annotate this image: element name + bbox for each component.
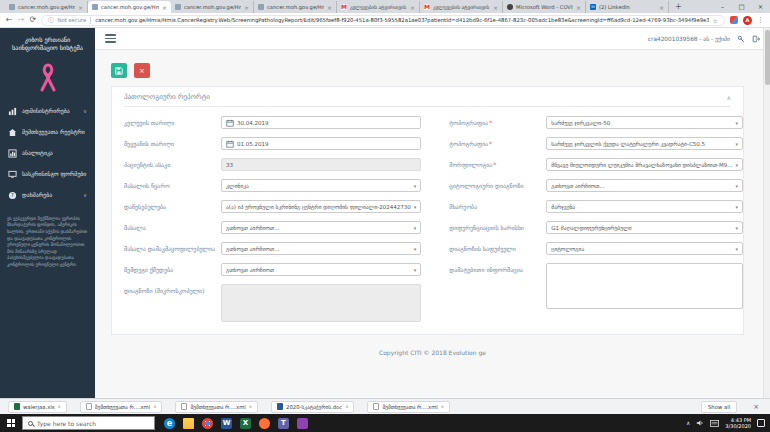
- window-minimize-button[interactable]: –: [713, 3, 732, 11]
- material-select[interactable]: გთხოვთ აირჩიოთ... ▾: [221, 221, 421, 234]
- additional-info-textarea[interactable]: [546, 263, 743, 309]
- teams-icon[interactable]: T: [278, 418, 289, 429]
- reload-button[interactable]: ⟳: [29, 16, 36, 24]
- tab-close-icon[interactable]: ×: [410, 4, 415, 11]
- keyboard-language-icon[interactable]: [710, 420, 719, 427]
- tab-close-icon[interactable]: ×: [659, 4, 664, 11]
- sidebar-item-help[interactable]: ? დახმარება ∨: [0, 185, 95, 206]
- tab-close-icon[interactable]: ×: [493, 4, 498, 11]
- user-id-label[interactable]: cra42001039568 - ან - ექიმი: [648, 36, 730, 42]
- page-scrollbar[interactable]: [763, 28, 770, 398]
- differentiation-grade-select[interactable]: G1 მაღალდიფერენცირებული ▾: [546, 221, 743, 234]
- edge-icon[interactable]: e: [164, 418, 175, 429]
- extension-icon[interactable]: [730, 16, 738, 24]
- tab-gmail-2[interactable]: M კვლევების ატვირთვის ა ×: [420, 1, 503, 13]
- photos-icon[interactable]: [297, 418, 308, 429]
- tab-label: cancer.moh.gov.ge/Hmis/: [18, 4, 75, 10]
- next-action-select[interactable]: გთხოვთ აირჩიოთ ▾: [221, 263, 421, 276]
- address-bar[interactable]: ⓘ Not secure cancer.moh.gov.ge/Hmis/Hmis…: [41, 15, 725, 26]
- excel-icon[interactable]: X: [240, 418, 251, 429]
- browser-menu-icon[interactable]: ⋮: [757, 16, 764, 24]
- start-button[interactable]: [0, 419, 22, 427]
- hamburger-menu-icon[interactable]: [105, 34, 116, 42]
- tab-cancer-registry-3[interactable]: cancer.moh.gov.ge/Hmis/ ×: [171, 1, 254, 13]
- study-date-input[interactable]: 30.04.2019: [221, 116, 421, 129]
- material-source-select[interactable]: კლინიკა ▾: [221, 179, 421, 192]
- word-icon[interactable]: W: [221, 418, 232, 429]
- sidebar-item-case-registry[interactable]: შემთხვევათა რეესტრი: [0, 122, 95, 143]
- sidebar-item-administration[interactable]: ადმინისტრირება ∨: [0, 101, 95, 122]
- forward-button[interactable]: →: [18, 16, 25, 24]
- chevron-down-icon: ∨: [83, 108, 87, 114]
- collapse-chevron-icon[interactable]: ∧: [727, 94, 731, 101]
- chevron-up-icon[interactable]: ∧: [345, 404, 348, 409]
- tab-gmail-1[interactable]: M კვლევების ატვირთვის ა ×: [337, 1, 420, 13]
- form-row: ტოპოგრაფია* სარძევე ჯირკვალი-50 ▾: [449, 116, 743, 129]
- download-item[interactable]: შემთხვევათა რ....xml ∧: [367, 401, 450, 413]
- firefox-icon[interactable]: [259, 418, 270, 429]
- bookmark-star-icon[interactable]: ☆: [713, 17, 718, 24]
- file-explorer-icon[interactable]: [183, 418, 194, 429]
- scrollbar-thumb[interactable]: [765, 30, 770, 85]
- windows-taskbar: Type here to search e W X T ∧ 4:43 PM 3/…: [0, 414, 770, 432]
- download-item[interactable]: walerjaa.xls ∧: [8, 401, 67, 413]
- logout-icon[interactable]: [752, 35, 760, 43]
- tab-cancer-registry-1[interactable]: cancer.moh.gov.ge/Hmis/ ×: [5, 1, 88, 13]
- tab-close-icon[interactable]: ×: [78, 4, 83, 11]
- material-satisfactory-select[interactable]: გთხოვთ აირჩიოთ... ▾: [221, 242, 421, 255]
- info-icon[interactable]: ⓘ: [48, 17, 54, 24]
- close-shelf-icon[interactable]: ×: [750, 403, 762, 411]
- profile-avatar[interactable]: A: [743, 16, 752, 25]
- sidebar-item-screening-forms[interactable]: სასკრინინგო ფორმები: [0, 164, 95, 185]
- topography-detail-select[interactable]: სარძევე ჯირკვლის ქვედა ლატერალური კვადრა…: [546, 137, 743, 150]
- tab-cancer-registry-2-active[interactable]: cancer.moh.gov.ge/Hmis/ ×: [88, 1, 171, 13]
- form-row: ციტოლოგიური დიაგნოზი გთხოვთ აირჩიოთ... ▾: [449, 179, 743, 192]
- tab-close-icon[interactable]: ×: [162, 4, 167, 11]
- tab-word-covid[interactable]: Microsoft Word - COVID-1 ×: [503, 1, 586, 13]
- gmail-icon: M: [341, 4, 347, 10]
- action-center-icon[interactable]: [757, 419, 765, 427]
- chevron-up-icon[interactable]: ∧: [441, 404, 444, 409]
- tab-close-icon[interactable]: ×: [244, 4, 249, 11]
- tab-close-icon[interactable]: ×: [576, 4, 581, 11]
- taskbar-search-input[interactable]: Type here to search: [22, 416, 155, 430]
- tab-close-icon[interactable]: ×: [327, 4, 332, 11]
- bar-chart-icon: [8, 149, 17, 158]
- caret-down-icon: ▾: [736, 204, 739, 210]
- chevron-up-icon[interactable]: ∧: [249, 404, 252, 409]
- morphology-select[interactable]: მწვავე მიელოიდური ლეიკემია მრავალხაზოვან…: [546, 158, 743, 171]
- hidden-icons-chevron[interactable]: ∧: [686, 420, 690, 426]
- window-maximize-button[interactable]: □: [732, 3, 751, 11]
- tab-linkedin[interactable]: in (2) LinkedIn ×: [586, 1, 669, 13]
- topography-select[interactable]: სარძევე ჯირკვალი-50 ▾: [546, 116, 743, 129]
- tab-cancer-registry-4[interactable]: cancer.moh.gov.ge/Hmis/ ×: [254, 1, 337, 13]
- download-item[interactable]: შემთხვევათა რ....xml ∧: [175, 401, 258, 413]
- delete-button[interactable]: ×: [134, 63, 150, 78]
- taskbar-clock[interactable]: 4:43 PM 3/30/2020: [725, 417, 751, 429]
- download-item[interactable]: შემთხვევათა რ....xml ∧: [80, 401, 163, 413]
- download-item[interactable]: 2020-სკატაჭერის.doc ∧: [271, 401, 354, 413]
- chevron-up-icon[interactable]: ∧: [58, 404, 61, 409]
- caret-down-icon: ▾: [414, 204, 417, 210]
- key-icon[interactable]: [737, 35, 745, 43]
- new-tab-button[interactable]: +: [669, 1, 688, 13]
- page-icon: [9, 4, 15, 10]
- patient-age-input: 33: [221, 158, 421, 171]
- entry-date-input[interactable]: 01.05.2019: [221, 137, 421, 150]
- cytology-diagnosis-select[interactable]: გთხოვთ აირჩიოთ... ▾: [546, 179, 743, 192]
- chevron-up-icon[interactable]: ∧: [153, 404, 156, 409]
- sidebar-item-label: ანალიტიკა: [22, 150, 53, 156]
- report-form: კვლევის თარიღი 30.04.2019 შეყვანის თარიღ…: [124, 116, 731, 322]
- institution-select[interactable]: ა(ა) იპ ეროვნული სკრინინგ ცენტრი დიღომის…: [221, 200, 421, 213]
- field-label: მასალის წყარო: [124, 179, 221, 190]
- window-close-button[interactable]: ×: [751, 3, 770, 11]
- save-button[interactable]: [111, 63, 127, 78]
- sidebar-item-analytics[interactable]: ანალიტიკა: [0, 143, 95, 164]
- diagnosis-basis-select[interactable]: ციტოლოგია ▾: [546, 242, 743, 255]
- show-all-downloads-button[interactable]: Show all: [701, 401, 737, 413]
- back-button[interactable]: ←: [6, 16, 13, 24]
- speaker-icon[interactable]: [696, 419, 704, 427]
- chrome-icon[interactable]: [202, 418, 213, 429]
- side-select[interactable]: მარჯვენა ▾: [546, 200, 743, 213]
- url-text[interactable]: cancer.moh.gov.ge/Hmis/Hmis.CancerRegist…: [95, 17, 708, 23]
